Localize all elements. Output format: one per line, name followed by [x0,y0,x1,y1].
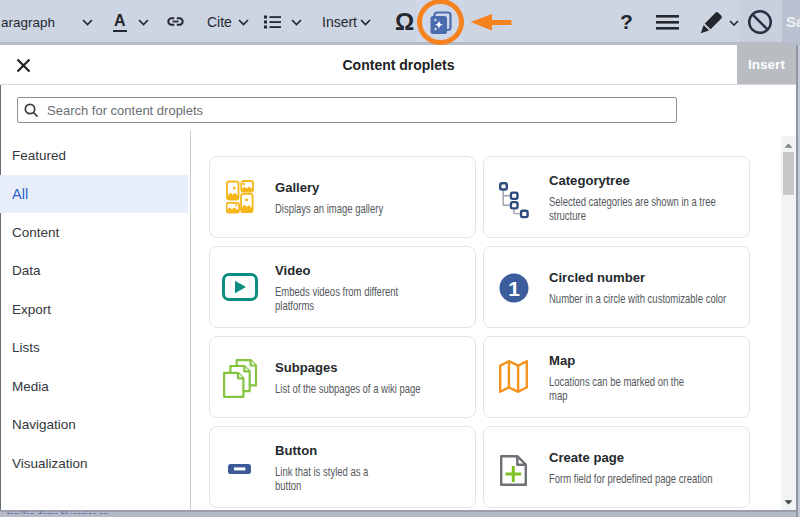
svg-text:1: 1 [508,277,520,300]
